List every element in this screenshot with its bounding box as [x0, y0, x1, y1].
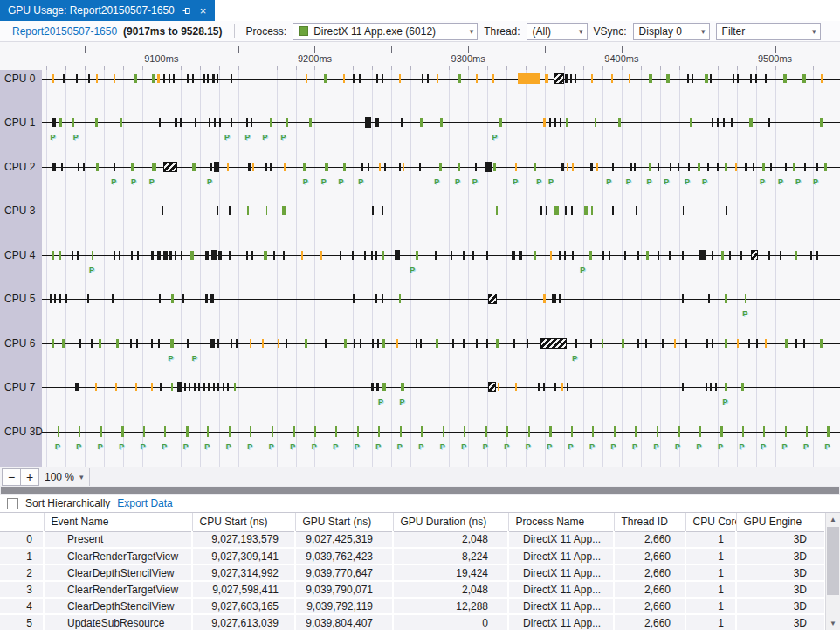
present-marker[interactable]: P — [526, 442, 531, 451]
present-marker[interactable]: P — [290, 442, 295, 451]
event-mark[interactable] — [591, 206, 593, 215]
event-mark[interactable] — [50, 294, 52, 303]
event-mark[interactable] — [365, 117, 371, 128]
table-cell[interactable]: 3D — [736, 548, 825, 564]
event-mark[interactable] — [76, 74, 78, 83]
event-mark[interactable] — [371, 251, 373, 260]
event-mark[interactable] — [72, 251, 73, 260]
event-mark[interactable] — [682, 251, 684, 260]
event-mark[interactable] — [115, 383, 117, 391]
event-mark[interactable] — [745, 163, 747, 171]
column-header[interactable]: CPU Core — [685, 513, 736, 531]
event-mark[interactable] — [114, 163, 115, 171]
event-mark[interactable] — [699, 426, 701, 437]
present-marker[interactable]: P — [685, 177, 690, 186]
event-mark[interactable] — [305, 339, 307, 348]
event-mark[interactable] — [399, 294, 401, 303]
present-marker[interactable]: P — [824, 442, 830, 451]
table-cell[interactable]: 9,039,792,119 — [295, 598, 393, 614]
event-mark[interactable] — [725, 163, 727, 171]
event-mark[interactable] — [59, 118, 62, 127]
event-mark[interactable] — [359, 74, 361, 83]
event-mark[interactable] — [422, 74, 423, 83]
event-mark[interactable] — [498, 383, 499, 391]
event-mark[interactable] — [270, 118, 272, 127]
event-mark[interactable] — [549, 118, 551, 127]
event-mark[interactable] — [314, 426, 316, 437]
event-mark[interactable] — [152, 163, 156, 171]
event-mark[interactable] — [646, 251, 649, 260]
event-mark[interactable] — [143, 426, 145, 437]
event-mark[interactable] — [286, 118, 288, 127]
event-mark[interactable] — [231, 74, 232, 83]
event-mark[interactable] — [540, 206, 542, 215]
present-marker[interactable]: P — [355, 442, 360, 451]
present-marker[interactable]: P — [358, 177, 363, 186]
event-mark[interactable] — [248, 163, 251, 171]
event-mark[interactable] — [195, 118, 196, 127]
event-mark[interactable] — [596, 163, 598, 171]
event-mark[interactable] — [721, 251, 724, 260]
column-header[interactable] — [0, 513, 44, 531]
event-mark[interactable] — [740, 251, 742, 260]
event-mark[interactable] — [160, 383, 162, 391]
table-cell[interactable]: 9,027,314,992 — [192, 564, 295, 581]
present-marker[interactable]: P — [718, 442, 723, 451]
present-marker[interactable]: P — [795, 177, 801, 186]
event-mark[interactable] — [162, 206, 163, 215]
present-marker[interactable]: P — [455, 177, 460, 186]
event-mark[interactable] — [662, 339, 664, 348]
event-mark[interactable] — [785, 426, 787, 437]
table-cell[interactable]: 2,660 — [614, 548, 685, 564]
event-mark[interactable] — [670, 163, 671, 171]
table-cell[interactable]: 9,027,309,141 — [192, 548, 295, 564]
event-mark[interactable] — [723, 118, 725, 127]
event-mark[interactable] — [543, 294, 546, 303]
present-marker[interactable]: P — [169, 354, 174, 363]
present-marker[interactable]: P — [226, 442, 231, 451]
event-mark[interactable] — [678, 426, 680, 437]
column-header[interactable]: Event Name — [44, 513, 192, 531]
present-marker[interactable]: P — [632, 442, 637, 451]
event-mark[interactable] — [575, 339, 577, 348]
event-mark[interactable] — [476, 339, 478, 348]
event-mark[interactable] — [750, 74, 752, 83]
present-marker[interactable]: P — [245, 133, 251, 142]
event-mark[interactable] — [571, 426, 573, 437]
event-mark[interactable] — [708, 294, 710, 303]
event-mark[interactable] — [192, 163, 196, 171]
event-mark[interactable] — [589, 251, 592, 260]
event-mark[interactable] — [382, 206, 383, 215]
event-mark[interactable] — [803, 339, 805, 348]
table-cell[interactable]: 2,660 — [614, 564, 685, 581]
table-cell[interactable]: 2,660 — [614, 614, 685, 630]
present-marker[interactable]: P — [722, 398, 727, 406]
table-cell[interactable]: 5 — [0, 614, 44, 630]
event-mark[interactable] — [173, 74, 175, 83]
event-mark[interactable] — [375, 294, 377, 303]
table-cell[interactable]: DirectX 11 App... — [508, 614, 614, 630]
column-header[interactable]: Process Name — [508, 513, 614, 531]
column-header[interactable]: CPU Start (ns) — [192, 513, 295, 531]
event-mark[interactable] — [112, 294, 114, 303]
event-mark[interactable] — [270, 163, 272, 171]
event-mark[interactable] — [52, 163, 56, 171]
table-cell[interactable]: 9,027,598,411 — [192, 581, 295, 598]
table-cell[interactable]: 3D — [736, 581, 825, 598]
event-mark[interactable] — [360, 339, 361, 348]
table-cell[interactable]: 3D — [736, 531, 825, 548]
event-mark[interactable] — [52, 118, 56, 127]
event-mark[interactable] — [192, 74, 194, 83]
event-mark[interactable] — [157, 251, 161, 260]
event-mark[interactable] — [496, 339, 499, 348]
event-mark[interactable] — [100, 426, 102, 437]
event-mark[interactable] — [284, 163, 286, 171]
event-mark[interactable] — [210, 163, 212, 171]
process-dropdown[interactable]: DirectX 11 App.exe (6012) ▾ — [293, 23, 478, 40]
event-mark[interactable] — [211, 250, 217, 260]
event-mark[interactable] — [262, 339, 264, 348]
event-mark[interactable] — [209, 118, 210, 127]
event-mark[interactable] — [710, 383, 712, 391]
table-cell[interactable]: 2 — [0, 564, 44, 581]
event-mark[interactable] — [669, 251, 671, 260]
